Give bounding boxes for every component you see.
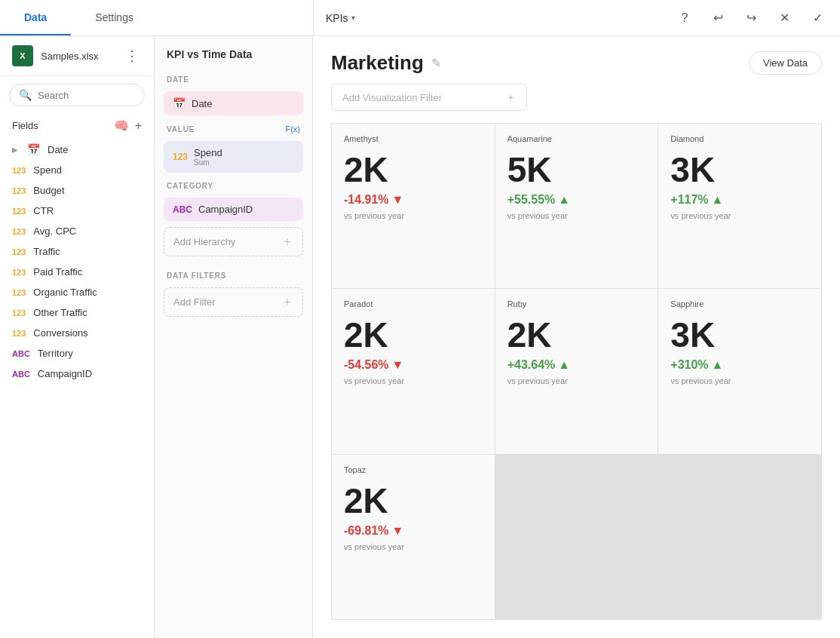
field-item-date[interactable]: ▶ 📅 Date bbox=[0, 139, 154, 160]
add-hierarchy-label: Add Hierarchy bbox=[173, 236, 235, 247]
viz-filter-box[interactable]: Add Visualization Filter ＋ bbox=[331, 84, 527, 111]
field-item-paid-traffic[interactable]: 123 Paid Traffic bbox=[0, 262, 154, 282]
kpi-card-value: 3K bbox=[670, 317, 809, 352]
num-type-icon: 123 bbox=[12, 288, 26, 297]
file-menu-button[interactable]: ⋮ bbox=[122, 46, 142, 66]
field-item-other-traffic[interactable]: 123 Other Traffic bbox=[0, 302, 154, 323]
file-icon-text: X bbox=[20, 51, 25, 60]
kpi-card-name: Topaz bbox=[344, 465, 483, 474]
kpi-card-value: 3K bbox=[670, 152, 809, 187]
kpi-change-row: -54.56% ▼ bbox=[344, 358, 483, 372]
field-name-avg-cpc: Avg. CPC bbox=[33, 225, 76, 237]
kpi-card-name: Sapphire bbox=[670, 299, 809, 308]
kpi-card[interactable]: Ruby 2K +43.64% ▲ vs previous year bbox=[495, 289, 658, 453]
add-filter-icon: ＋ bbox=[281, 294, 293, 310]
fx-button[interactable]: F(x) bbox=[285, 124, 300, 133]
kpi-dropdown[interactable]: KPIs ▾ bbox=[326, 12, 355, 24]
date-pill-text: Date bbox=[192, 98, 212, 109]
num-type-icon: 123 bbox=[12, 186, 26, 195]
tab-settings-label: Settings bbox=[95, 11, 133, 23]
kpi-vs-label: vs previous year bbox=[670, 376, 809, 385]
kpi-card[interactable]: Sapphire 3K +310% ▲ vs previous year bbox=[658, 289, 821, 453]
field-item-organic-traffic[interactable]: 123 Organic Traffic bbox=[0, 282, 154, 302]
undo-button[interactable]: ↩ bbox=[707, 8, 728, 29]
kpi-bar: KPIs ▾ bbox=[314, 12, 674, 24]
kpi-card-name: Aquamarine bbox=[507, 134, 646, 143]
viz-title: Marketing bbox=[331, 51, 424, 75]
kpi-card[interactable]: Aquamarine 5K +55.55% ▲ vs previous year bbox=[495, 124, 658, 288]
kpi-card-value: 5K bbox=[507, 152, 646, 187]
search-box[interactable]: 🔍 bbox=[9, 84, 145, 106]
value-pill-name: Spend bbox=[194, 147, 222, 158]
kpi-vs-label: vs previous year bbox=[507, 211, 646, 220]
kpi-card-name: Ruby bbox=[507, 299, 646, 308]
add-filter-label: Add Filter bbox=[173, 296, 216, 308]
category-pill[interactable]: ABC CampaignID bbox=[164, 198, 303, 221]
kpi-change-row: +43.64% ▲ bbox=[507, 358, 646, 372]
kpi-change-value: -14.91% bbox=[344, 193, 389, 207]
field-item-territory[interactable]: ABC Territory bbox=[0, 343, 154, 363]
field-name-budget: Budget bbox=[33, 185, 64, 196]
kpi-card[interactable]: Diamond 3K +117% ▲ vs previous year bbox=[658, 124, 821, 288]
date-pill-icon: 📅 bbox=[173, 97, 185, 109]
kpi-change-value: -69.81% bbox=[344, 524, 389, 538]
redo-button[interactable]: ↪ bbox=[740, 8, 762, 29]
kpi-change-row: -14.91% ▼ bbox=[344, 193, 483, 207]
view-data-button[interactable]: View Data bbox=[749, 51, 822, 75]
field-name-traffic: Traffic bbox=[33, 246, 60, 257]
field-name-organic-traffic: Organic Traffic bbox=[33, 287, 97, 298]
num-type-icon: 123 bbox=[12, 308, 26, 317]
kpi-chevron-icon: ▾ bbox=[351, 14, 355, 22]
value-section-row: VALUE F(x) bbox=[155, 118, 312, 138]
value-pill[interactable]: 123 Spend Sum bbox=[164, 141, 303, 173]
field-item-campaignid[interactable]: ABC CampaignID bbox=[0, 363, 154, 384]
tab-settings[interactable]: Settings bbox=[71, 0, 158, 35]
field-name-conversions: Conversions bbox=[33, 327, 87, 339]
kpi-arrow-icon: ▼ bbox=[392, 524, 404, 538]
add-filter-row[interactable]: Add Filter ＋ bbox=[164, 287, 303, 317]
value-section-label: VALUE bbox=[167, 125, 195, 133]
add-field-icon[interactable]: + bbox=[135, 119, 142, 133]
close-button[interactable]: ✕ bbox=[774, 8, 795, 29]
right-panel: Marketing ✎ View Data Add Visualization … bbox=[313, 36, 840, 638]
tab-data[interactable]: Data bbox=[0, 0, 71, 35]
kpi-card[interactable]: Paradot 2K -54.56% ▼ vs previous year bbox=[332, 289, 495, 453]
field-item-ctr[interactable]: 123 CTR bbox=[0, 201, 154, 221]
kpi-label-text: KPIs bbox=[326, 12, 348, 24]
kpi-vs-label: vs previous year bbox=[670, 211, 809, 220]
field-item-spend[interactable]: 123 Spend bbox=[0, 160, 154, 180]
search-input[interactable] bbox=[38, 90, 155, 101]
tab-data-label: Data bbox=[24, 11, 47, 23]
help-button[interactable]: ? bbox=[674, 8, 695, 29]
kpi-vs-label: vs previous year bbox=[344, 376, 483, 385]
kpi-card[interactable]: Topaz 2K -69.81% ▼ vs previous year bbox=[332, 455, 495, 619]
field-name-paid-traffic: Paid Traffic bbox=[33, 266, 82, 278]
kpi-card[interactable]: Amethyst 2K -14.91% ▼ vs previous year bbox=[332, 124, 495, 288]
value-pill-sub: Sum bbox=[194, 158, 222, 167]
add-hierarchy-row[interactable]: Add Hierarchy ＋ bbox=[164, 227, 303, 256]
field-item-avg-cpc[interactable]: 123 Avg. CPC bbox=[0, 221, 154, 241]
field-item-conversions[interactable]: 123 Conversions bbox=[0, 323, 154, 343]
mid-panel-title: KPI vs Time Data bbox=[155, 36, 312, 69]
abc-type-icon: ABC bbox=[12, 370, 30, 379]
num-type-icon: 123 bbox=[12, 227, 26, 236]
kpi-card-name: Paradot bbox=[344, 299, 483, 308]
field-item-budget[interactable]: 123 Budget bbox=[0, 180, 154, 201]
kpi-card-value: 2K bbox=[344, 483, 483, 518]
kpi-change-row: +310% ▲ bbox=[670, 358, 809, 372]
viz-title-row: Marketing ✎ bbox=[331, 51, 441, 75]
kpi-card-value: 2K bbox=[344, 317, 483, 352]
search-icon: 🔍 bbox=[19, 89, 32, 101]
abc-type-icon: ABC bbox=[12, 349, 30, 358]
date-pill[interactable]: 📅 Date bbox=[164, 91, 303, 115]
field-list: ▶ 📅 Date 123 Spend 123 Budget 123 CTR 12… bbox=[0, 136, 154, 638]
edit-title-icon[interactable]: ✎ bbox=[431, 56, 441, 70]
num-type-icon: 123 bbox=[12, 166, 26, 175]
brain-icon[interactable]: 🧠 bbox=[114, 118, 129, 133]
confirm-button[interactable]: ✓ bbox=[807, 8, 828, 29]
mid-panel: KPI vs Time Data DATE 📅 Date VALUE F(x) … bbox=[155, 36, 313, 638]
field-item-traffic[interactable]: 123 Traffic bbox=[0, 241, 154, 262]
kpi-change-row: -69.81% ▼ bbox=[344, 524, 483, 538]
abc-icon: ABC bbox=[173, 204, 192, 215]
field-name-territory: Territory bbox=[38, 348, 73, 359]
